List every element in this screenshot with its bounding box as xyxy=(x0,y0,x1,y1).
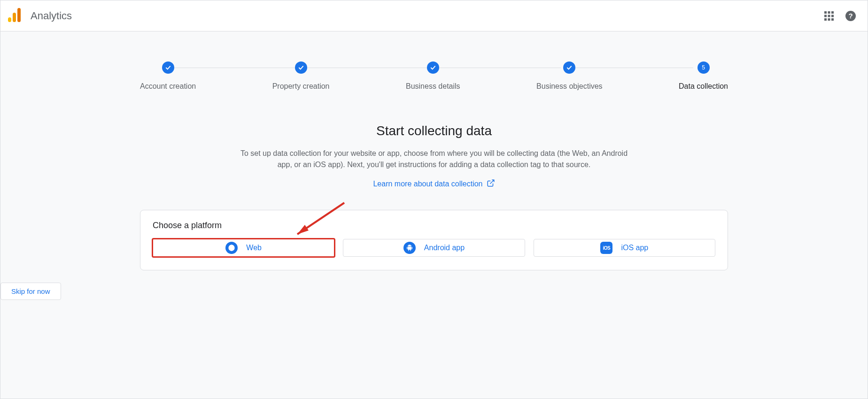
page-description: To set up data collection for your websi… xyxy=(237,148,631,170)
svg-rect-4 xyxy=(828,11,830,14)
card-title: Choose a platform xyxy=(153,221,715,230)
step-account-creation[interactable]: Account creation xyxy=(140,61,196,91)
header-actions: ? xyxy=(824,10,860,22)
check-icon xyxy=(563,61,575,74)
check-icon xyxy=(427,61,439,74)
product-name: Analytics xyxy=(31,10,72,22)
setup-stepper: Account creation Property creation Busin… xyxy=(140,61,728,91)
step-business-details[interactable]: Business details xyxy=(406,61,460,91)
learn-more-text: Learn more about data collection xyxy=(373,180,482,188)
check-icon xyxy=(162,61,174,74)
svg-rect-23 xyxy=(410,250,411,251)
platform-label: Web xyxy=(246,244,262,252)
content: Account creation Property creation Busin… xyxy=(0,31,868,300)
svg-rect-0 xyxy=(8,17,11,22)
platform-android-button[interactable]: Android app xyxy=(343,239,525,257)
step-label: Business objectives xyxy=(536,82,603,91)
svg-rect-1 xyxy=(13,13,16,22)
android-icon xyxy=(403,242,416,254)
svg-rect-8 xyxy=(831,15,834,17)
svg-rect-6 xyxy=(824,15,827,17)
svg-point-18 xyxy=(410,246,411,246)
help-icon[interactable]: ? xyxy=(845,10,856,22)
step-label: Data collection xyxy=(679,82,728,91)
svg-rect-21 xyxy=(412,247,412,249)
step-number-icon: 5 xyxy=(698,61,710,74)
external-link-icon xyxy=(487,179,495,189)
step-data-collection[interactable]: 5 Data collection xyxy=(679,61,728,91)
platform-label: iOS app xyxy=(621,244,648,252)
step-property-creation[interactable]: Property creation xyxy=(272,61,330,91)
svg-rect-19 xyxy=(408,247,411,250)
app-header: Analytics ? xyxy=(0,0,868,31)
platform-web-button[interactable]: Web xyxy=(153,239,334,257)
svg-point-17 xyxy=(408,246,409,246)
platform-card: Choose a platform Web xyxy=(140,210,728,270)
svg-text:?: ? xyxy=(848,12,852,20)
learn-more-link[interactable]: Learn more about data collection xyxy=(373,179,495,189)
page-title: Start collecting data xyxy=(376,123,492,138)
svg-rect-3 xyxy=(824,11,827,14)
ios-icon: iOS xyxy=(600,242,612,254)
step-label: Property creation xyxy=(272,82,330,91)
svg-line-14 xyxy=(490,180,494,184)
step-label: Business details xyxy=(406,82,460,91)
skip-button[interactable]: Skip for now xyxy=(0,283,61,300)
apps-icon[interactable] xyxy=(824,11,834,21)
logo-wrap: Analytics xyxy=(8,8,72,24)
svg-rect-22 xyxy=(408,250,409,251)
globe-icon xyxy=(225,242,238,254)
platform-ios-button[interactable]: iOS iOS app xyxy=(534,239,715,257)
svg-rect-11 xyxy=(831,18,834,21)
svg-rect-7 xyxy=(828,15,830,17)
svg-rect-5 xyxy=(831,11,834,14)
check-icon xyxy=(295,61,307,74)
svg-rect-20 xyxy=(407,247,407,249)
svg-rect-10 xyxy=(828,18,830,21)
svg-rect-2 xyxy=(17,8,21,22)
step-business-objectives[interactable]: Business objectives xyxy=(536,61,603,91)
platform-label: Android app xyxy=(424,244,465,252)
svg-rect-9 xyxy=(824,18,827,21)
step-label: Account creation xyxy=(140,82,196,91)
analytics-logo-icon xyxy=(8,8,21,24)
